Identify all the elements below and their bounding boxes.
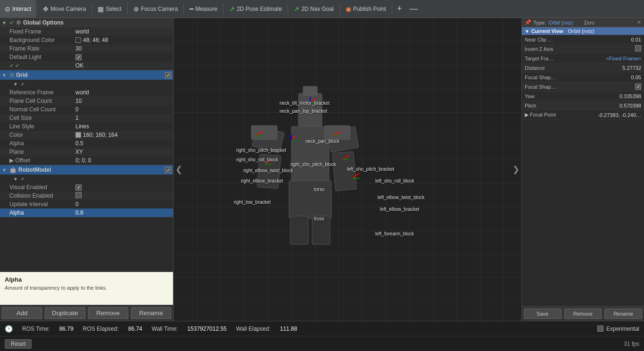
robotmodel-header[interactable]: ▼ 🤖 RobotModel: [0, 165, 173, 175]
robotmodel-sub-expand: ▼ ✔: [0, 175, 173, 183]
global-status-label: ✔ ✔: [9, 63, 75, 69]
color-value[interactable]: 160; 160; 164: [75, 132, 171, 138]
invert-z-checkbox[interactable]: [635, 45, 641, 51]
2d-nav-button[interactable]: ↗ 2D Nav Goal: [289, 0, 339, 18]
distance-row: Distance 5.27732: [522, 63, 644, 73]
robotmodel-enabled-checkbox[interactable]: [165, 167, 171, 173]
separator-2: [91, 3, 92, 15]
remove-toolbar-button[interactable]: —: [405, 4, 421, 14]
color-text: 160; 160; 164: [83, 132, 117, 138]
separator-4: [183, 3, 184, 15]
grid-header[interactable]: ▼ ⊞ Grid: [0, 70, 173, 80]
plane-label: Plane: [9, 149, 75, 155]
color-row: Color 160; 160; 164: [0, 131, 173, 139]
rename-button[interactable]: Rename: [131, 307, 171, 319]
distance-value: 5.27732: [622, 65, 641, 71]
viewport-scroll-left[interactable]: ❮: [173, 162, 184, 176]
default-light-value[interactable]: [75, 54, 171, 60]
add-button[interactable]: Add: [2, 307, 42, 319]
grid-icon: ⊞: [9, 72, 14, 78]
viewport[interactable]: neck_tilt_motor_bracket neck_pan_top_bra…: [173, 18, 521, 321]
remove-button[interactable]: Remove: [88, 307, 128, 319]
invert-z-value[interactable]: [635, 45, 641, 52]
right-panel-header: 📌 Type: Orbit (rviz) Zero ✕: [522, 18, 644, 27]
global-options-icon: ⚙: [16, 19, 21, 26]
view-properties: Near Clip … 0.01 Invert Z Axis Target Fr…: [522, 35, 644, 120]
interact-button[interactable]: ⊙ Interact: [0, 0, 36, 18]
frame-rate-value: 30: [75, 45, 171, 52]
current-view-type: Orbit (rviz): [568, 28, 594, 34]
current-view-header[interactable]: ▼ Current View Orbit (rviz): [522, 27, 644, 35]
right-panel-footer: Save Remove Rename: [522, 306, 644, 321]
2d-nav-icon: ↗: [294, 5, 299, 13]
interact-label: Interact: [12, 6, 31, 12]
focus-camera-icon: ⊕: [133, 5, 139, 13]
reset-button[interactable]: Reset: [5, 339, 32, 349]
distance-label: Distance: [525, 65, 622, 71]
zero-label[interactable]: Zero: [584, 20, 594, 25]
wall-time-label: Wall Time:: [152, 326, 178, 332]
focal-shape2-value[interactable]: [635, 84, 641, 90]
move-camera-button[interactable]: ✥ Move Camera: [38, 0, 91, 18]
global-options-section: ▼ ✔ ⚙ Global Options Fixed Frame world B…: [0, 18, 173, 70]
target-frame-row: Target Fra… <Fixed Frame>: [522, 54, 644, 63]
2d-pose-button[interactable]: ↗ 2D Pose Estimate: [224, 0, 287, 18]
footer-bar: Reset 31 fps: [0, 336, 644, 351]
fixed-frame-label: Fixed Frame: [9, 28, 75, 35]
wall-elapsed-label: Wall Elapsed:: [236, 326, 271, 332]
alpha-robot-row[interactable]: Alpha 0.8: [0, 209, 173, 217]
select-button[interactable]: ▦ Select: [93, 0, 126, 18]
update-interval-label: Update Interval: [9, 201, 75, 208]
view-remove-button[interactable]: Remove: [564, 309, 602, 319]
right-panel: 📌 Type: Orbit (rviz) Zero ✕ ▼ Current Vi…: [521, 18, 644, 321]
near-clip-row: Near Clip … 0.01: [522, 35, 644, 44]
background-color-label: Background Color: [9, 37, 75, 43]
svg-rect-8: [290, 216, 308, 244]
robotmodel-section: ▼ 🤖 RobotModel ▼ ✔ Visual Enabled Colli: [0, 165, 173, 217]
separator-7: [339, 3, 340, 15]
move-camera-label: Move Camera: [50, 6, 86, 12]
experimental-checkbox[interactable]: [597, 326, 603, 332]
background-color-value[interactable]: 48; 48; 48: [75, 37, 171, 43]
svg-rect-11: [251, 125, 277, 140]
visual-enabled-value[interactable]: [75, 184, 171, 191]
collision-enabled-row: Collision Enabled: [0, 192, 173, 200]
default-light-checkbox[interactable]: [75, 54, 82, 60]
collision-enabled-checkbox[interactable]: [75, 192, 82, 198]
offset-label: ▶ Offset: [9, 157, 75, 164]
normal-cell-count-row: Normal Cell Count 0: [0, 105, 173, 114]
global-status-row: ✔ ✔ OK: [0, 61, 173, 70]
global-options-check-icon: ✔: [9, 19, 14, 26]
view-rename-button[interactable]: Rename: [604, 309, 642, 319]
add-toolbar-button[interactable]: +: [393, 4, 406, 14]
duplicate-button[interactable]: Duplicate: [45, 307, 85, 319]
measure-button[interactable]: ━ Measure: [185, 0, 222, 18]
global-options-header[interactable]: ▼ ✔ ⚙ Global Options: [0, 18, 173, 27]
svg-rect-4: [303, 86, 317, 96]
measure-label: Measure: [195, 6, 217, 12]
grid-enabled-checkbox[interactable]: [165, 72, 171, 78]
collision-enabled-value[interactable]: [75, 192, 171, 200]
2d-pose-icon: ↗: [229, 5, 235, 13]
right-panel-close-button[interactable]: ✕: [637, 19, 641, 25]
publish-point-button[interactable]: ◉ Publish Point: [341, 0, 391, 18]
focal-shape2-checkbox[interactable]: [635, 84, 641, 90]
view-save-button[interactable]: Save: [524, 309, 561, 319]
fixed-frame-row: Fixed Frame world: [0, 27, 173, 36]
select-label: Select: [106, 6, 121, 12]
visual-enabled-checkbox[interactable]: [75, 184, 82, 191]
interact-icon: ⊙: [5, 5, 10, 13]
near-clip-label: Near Clip …: [525, 37, 631, 42]
wall-elapsed-value: 111.88: [280, 326, 297, 332]
invert-z-row: Invert Z Axis: [522, 44, 644, 54]
pitch-value: 0.570398: [619, 103, 641, 109]
type-label: Type:: [533, 20, 546, 25]
toolbar: ⊙ Interact ✥ Move Camera ▦ Select ⊕ Focu…: [0, 0, 644, 18]
ros-elapsed-label: ROS Elapsed:: [83, 326, 119, 332]
global-options-name: Global Options: [23, 19, 171, 26]
reference-frame-row: Reference Frame world: [0, 88, 173, 97]
focus-camera-button[interactable]: ⊕ Focus Camera: [129, 0, 183, 18]
current-view-label: Current View: [531, 28, 563, 34]
global-status-value: OK: [75, 62, 171, 69]
viewport-scroll-right[interactable]: ❯: [511, 162, 521, 176]
